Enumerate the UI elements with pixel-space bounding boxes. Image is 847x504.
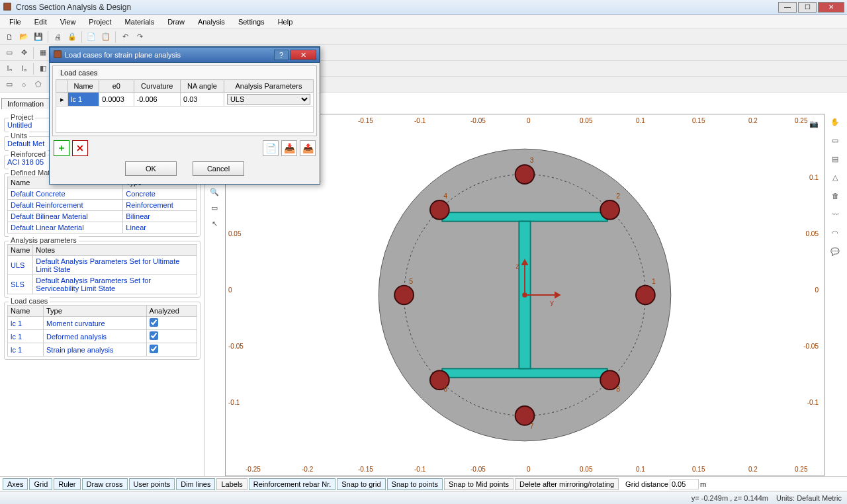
cell-analysis[interactable]: ULS [224, 93, 313, 106]
axis-tick: -0.05 [470, 466, 486, 473]
window-title-bar: Cross Section Analysis & Design — ☐ ✕ [0, 0, 847, 15]
open-file-icon[interactable]: 📂 [17, 30, 30, 44]
materials-table[interactable]: NameType Default ConcreteConcrete Defaul… [7, 177, 197, 233]
row-indicator[interactable]: ▸ [56, 93, 68, 106]
rebar[interactable] [515, 165, 535, 184]
panel-tab-information[interactable]: Information [1, 98, 50, 109]
undo-icon[interactable]: ↶ [118, 30, 132, 44]
delete-row-button[interactable]: ✕ [72, 140, 88, 156]
minimize-button[interactable]: — [778, 2, 797, 13]
coord-readout: y= -0.249m , z= 0.144m [691, 494, 768, 502]
comment-icon[interactable]: 💬 [827, 243, 843, 259]
shape-rect-icon[interactable]: ▭ [3, 78, 16, 91]
triangle-icon[interactable]: △ [827, 169, 843, 185]
save-file-icon[interactable]: 💾 [32, 30, 45, 44]
rebar[interactable] [600, 200, 619, 220]
print-icon[interactable]: 🖨 [51, 30, 64, 44]
menu-settings[interactable]: Settings [232, 17, 271, 27]
axis-tick: -0.05 [228, 343, 244, 350]
inertia-icon[interactable]: Iₙ [3, 62, 16, 75]
axis-tick: 0 [815, 286, 819, 294]
analysis-params-table[interactable]: NameNotes ULSDefault Analysis Parameters… [7, 244, 197, 294]
toggle-axes[interactable]: Axes [3, 478, 28, 490]
cell-e0[interactable]: 0.0003 [99, 93, 134, 106]
toggle-userpoints[interactable]: User points [129, 478, 175, 490]
menu-edit[interactable]: Edit [28, 17, 54, 27]
axis-tick: 0.15 [692, 466, 705, 473]
col-name: Name [68, 80, 99, 93]
table-row: Default ConcreteConcrete [8, 189, 197, 200]
ok-button[interactable]: OK [125, 161, 177, 176]
dialog-title-bar[interactable]: Load cases for strain plane analysis ? ✕ [50, 47, 320, 63]
menu-help[interactable]: Help [271, 17, 300, 27]
dialog-close-button[interactable]: ✕ [290, 50, 316, 60]
menu-draw[interactable]: Draw [161, 17, 191, 27]
select-rect-icon[interactable]: ▭ [208, 201, 221, 214]
pointer-icon[interactable]: ↖ [208, 217, 221, 230]
maximize-button[interactable]: ☐ [798, 2, 817, 13]
menubar: File Edit View Project Materials Draw An… [0, 15, 847, 29]
layers-icon[interactable]: ▤ [827, 151, 843, 167]
menu-materials[interactable]: Materials [118, 17, 161, 27]
trash-icon[interactable]: 🗑 [827, 188, 843, 204]
redo-icon[interactable]: ↷ [133, 30, 146, 44]
units-readout: Units: Default Metric [776, 494, 842, 502]
svg-rect-4 [442, 368, 607, 377]
box-select-icon[interactable]: ▭ [827, 132, 843, 148]
rebar[interactable] [636, 286, 655, 305]
toggle-ruler[interactable]: Ruler [54, 478, 80, 490]
lock-icon[interactable]: 🔒 [66, 30, 79, 44]
zoom-in-icon[interactable]: 🔍 [208, 185, 221, 198]
axis-tick: 0.1 [636, 466, 645, 473]
toggle-deleteaftermirror[interactable]: Delete after mirroring/rotating [515, 478, 619, 490]
statusbar: y= -0.249m , z= 0.144m Units: Default Me… [0, 491, 847, 504]
curve-icon[interactable]: 〰 [827, 206, 843, 222]
new-file-icon[interactable]: 🗋 [3, 30, 16, 44]
move-icon[interactable]: ✥ [17, 46, 30, 60]
close-button[interactable]: ✕ [818, 2, 844, 13]
load-cases-table[interactable]: NameTypeAnalyzed lc 1Moment curvature lc… [7, 305, 197, 357]
inertia-alt-icon[interactable]: Iₐ [17, 62, 30, 75]
cell-na-angle[interactable]: 0.03 [180, 93, 224, 106]
analyzed-check[interactable] [150, 331, 158, 340]
toggle-dimlines[interactable]: Dim lines [176, 478, 215, 490]
cancel-button[interactable]: Cancel [193, 161, 244, 176]
import-rows-button[interactable]: 📥 [281, 140, 297, 156]
cell-curvature[interactable]: -0.006 [134, 93, 180, 106]
toggle-grid[interactable]: Grid [29, 478, 52, 490]
menu-project[interactable]: Project [82, 17, 118, 27]
toggle-snapgrid[interactable]: Snap to grid [337, 478, 385, 490]
toggle-labels[interactable]: Labels [216, 478, 247, 490]
toggle-snappoints[interactable]: Snap to points [387, 478, 443, 490]
menu-analysis[interactable]: Analysis [191, 17, 232, 27]
material-icon[interactable]: ◧ [36, 62, 50, 75]
dialog-help-button[interactable]: ? [274, 50, 289, 60]
cell-name[interactable]: lc 1 [68, 93, 99, 106]
copy-rows-button[interactable]: 📄 [263, 140, 279, 156]
rebar[interactable] [430, 200, 449, 220]
dialog-grid[interactable]: Name e0 Curvature NA angle Analysis Para… [56, 79, 314, 106]
svg-text:5: 5 [409, 277, 413, 285]
toggle-snapmid[interactable]: Snap to Mid points [444, 478, 513, 490]
shape-poly-icon[interactable]: ⬠ [32, 78, 45, 91]
shape-circle-icon[interactable]: ○ [17, 78, 30, 91]
select-icon[interactable]: ▭ [3, 46, 16, 60]
axis-tick: 0.05 [228, 230, 241, 237]
analyzed-check[interactable] [150, 345, 158, 353]
hand-pan-icon[interactable]: ✋ [827, 114, 843, 130]
grid-distance-input[interactable] [670, 479, 699, 489]
analysis-select[interactable]: ULS [227, 94, 310, 105]
menu-file[interactable]: File [3, 17, 28, 27]
analyzed-check[interactable] [150, 318, 158, 327]
toggle-rebarnr[interactable]: Reinforcement rebar Nr. [249, 478, 335, 490]
copy-icon[interactable]: 📄 [85, 30, 98, 44]
add-row-button[interactable]: ＋ [54, 140, 69, 156]
rebar[interactable] [394, 286, 414, 305]
arc-icon[interactable]: ◠ [827, 225, 843, 241]
export-rows-button[interactable]: 📤 [300, 140, 316, 156]
paste-icon[interactable]: 📋 [99, 30, 112, 44]
toggle-drawcross[interactable]: Draw cross [82, 478, 128, 490]
menu-view[interactable]: View [54, 17, 83, 27]
grid-icon[interactable]: ▦ [36, 46, 50, 60]
screenshot-icon[interactable]: 📷 [809, 120, 819, 128]
